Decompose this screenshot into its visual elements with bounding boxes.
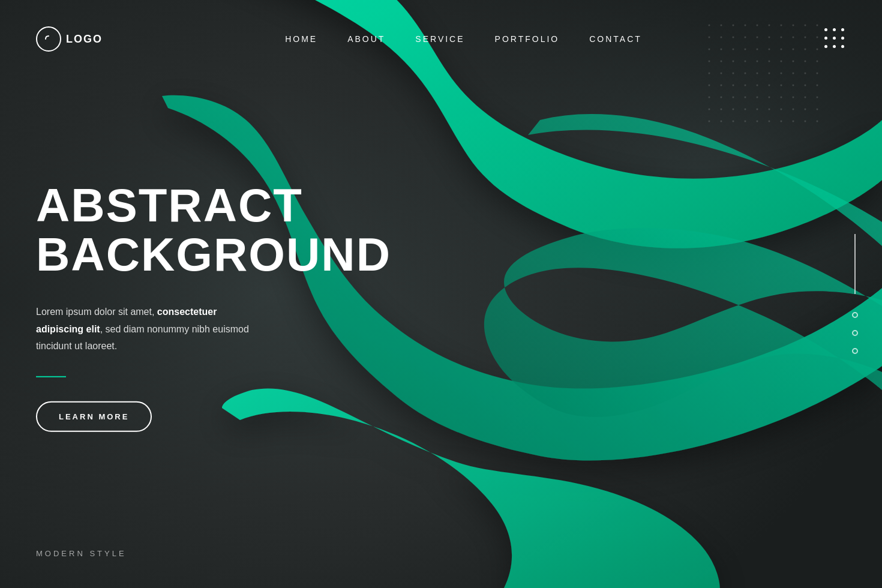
hero-title-line1: ABSTRACT — [36, 179, 303, 232]
hero-description: Lorem ipsum dolor sit amet, consectetuer… — [36, 304, 264, 355]
logo-icon — [43, 34, 54, 44]
divider-line — [36, 376, 66, 377]
hero-content: ABSTRACT BACKGROUND Lorem ipsum dolor si… — [36, 181, 324, 432]
navbar: LOGO HOME ABOUT SERVICE PORTFOLIO CONTAC… — [0, 0, 882, 78]
nav-portfolio[interactable]: PORTFOLIO — [495, 34, 560, 44]
nav-links: HOME ABOUT SERVICE PORTFOLIO CONTACT — [285, 34, 642, 44]
nav-contact[interactable]: CONTACT — [589, 34, 642, 44]
nav-dot-7 — [824, 45, 827, 48]
footer-tagline: MODERN STYLE — [36, 549, 127, 558]
nav-dot-5 — [833, 37, 836, 40]
nav-about[interactable]: ABOUT — [347, 34, 385, 44]
nav-dot-8 — [833, 45, 836, 48]
hero-title-line2: BACKGROUND — [36, 228, 391, 281]
page-container: LOGO HOME ABOUT SERVICE PORTFOLIO CONTAC… — [0, 0, 882, 588]
right-decorations — [852, 234, 858, 354]
nav-dot-6 — [841, 37, 844, 40]
nav-dot-4 — [824, 37, 827, 40]
right-dot-1 — [852, 312, 858, 318]
learn-more-button[interactable]: LEARN MORE — [36, 401, 152, 432]
right-dot-3 — [852, 348, 858, 354]
nav-dot-3 — [841, 28, 844, 31]
vertical-line-decoration — [854, 234, 856, 294]
nav-dot-1 — [824, 28, 827, 31]
logo-circle — [36, 26, 61, 52]
nav-dot-2 — [833, 28, 836, 31]
nav-dot-9 — [841, 45, 844, 48]
right-dot-2 — [852, 330, 858, 336]
nav-home[interactable]: HOME — [285, 34, 317, 44]
hero-title: ABSTRACT BACKGROUND — [36, 181, 324, 280]
logo-container: LOGO — [36, 26, 103, 52]
nav-service[interactable]: SERVICE — [415, 34, 464, 44]
logo-text: LOGO — [66, 33, 103, 46]
nav-menu-dots[interactable] — [824, 28, 846, 50]
